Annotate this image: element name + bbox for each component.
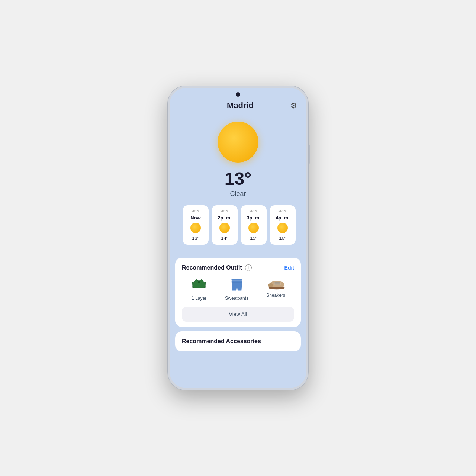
header-row: Madrid ⚙	[177, 101, 299, 110]
outfit-label-sweatpants: Sweatpants	[225, 296, 248, 301]
hourly-container: MAR. Now 13° MAR. 2p. m. 14° MAR	[183, 205, 299, 245]
cards-area: Recommended Outfit i Edit	[170, 258, 306, 359]
hourly-label-1: MAR.	[220, 209, 229, 213]
accessories-card: Recommended Accessories	[175, 331, 301, 351]
phone-screen: Madrid ⚙ 13° Clear MAR. Now 13°	[170, 88, 306, 388]
hourly-time-0: Now	[190, 215, 200, 221]
accessories-title: Recommended Accessories	[182, 338, 261, 344]
sneaker-icon	[267, 277, 285, 290]
svg-rect-1	[231, 279, 242, 281]
info-icon[interactable]: i	[245, 264, 252, 271]
outfit-item-jacket[interactable]: 1 Layer	[191, 277, 207, 301]
hourly-sun-2	[248, 223, 259, 233]
outfit-item-sneakers[interactable]: Sneakers	[266, 277, 285, 301]
hourly-label-2: MAR.	[249, 209, 258, 213]
weather-section: Madrid ⚙ 13° Clear MAR. Now 13°	[170, 88, 306, 258]
hourly-temp-3: 16°	[279, 235, 286, 241]
temperature-display: 13°	[225, 170, 252, 188]
hourly-time-3: 4p. m.	[276, 215, 290, 221]
hourly-temp-0: 13°	[192, 235, 199, 241]
hourly-sun-3	[277, 223, 288, 233]
hourly-label-0: MAR.	[191, 209, 200, 213]
hourly-temp-2: 15°	[250, 235, 257, 241]
hourly-card-3[interactable]: MAR. 4p. m. 16°	[270, 205, 296, 245]
city-name: Madrid	[190, 101, 290, 110]
outfit-header: Recommended Outfit i Edit	[182, 264, 294, 271]
hourly-label-3: MAR.	[278, 209, 287, 213]
hourly-scroll[interactable]: MAR. Now 13° MAR. 2p. m. 14° MAR	[177, 205, 299, 250]
outfit-title: Recommended Outfit	[182, 264, 242, 271]
settings-icon[interactable]: ⚙	[290, 101, 297, 110]
hourly-temp-1: 14°	[221, 235, 228, 241]
view-all-button[interactable]: View All	[182, 307, 294, 322]
hourly-time-2: 3p. m.	[247, 215, 261, 221]
sun-icon	[218, 122, 258, 163]
hourly-card-2[interactable]: MAR. 3p. m. 15°	[241, 205, 267, 245]
hourly-sun-1	[219, 223, 230, 233]
hourly-time-1: 2p. m.	[218, 215, 232, 221]
edit-button[interactable]: Edit	[284, 265, 294, 271]
outfit-item-sweatpants[interactable]: Sweatpants	[225, 277, 248, 301]
hourly-card-1[interactable]: MAR. 2p. m. 14°	[212, 205, 238, 245]
screen-content[interactable]: Madrid ⚙ 13° Clear MAR. Now 13°	[170, 88, 306, 388]
camera-notch	[236, 92, 240, 97]
weather-description: Clear	[230, 190, 246, 198]
outfit-label-sneakers: Sneakers	[266, 293, 285, 298]
jacket-icon	[191, 277, 207, 293]
hourly-sun-0	[190, 223, 201, 233]
info-icon-label: i	[248, 266, 249, 270]
outfit-card: Recommended Outfit i Edit	[175, 258, 301, 327]
outfit-title-row: Recommended Outfit i	[182, 264, 252, 271]
outfit-label-jacket: 1 Layer	[192, 296, 206, 301]
hourly-card-4[interactable]: M 5p 17°	[299, 205, 299, 245]
hourly-card-0[interactable]: MAR. Now 13°	[183, 205, 209, 245]
outfit-items: 1 Layer	[182, 277, 294, 301]
phone-frame: Madrid ⚙ 13° Clear MAR. Now 13°	[167, 86, 309, 390]
sweatpants-icon	[230, 277, 244, 293]
svg-point-5	[268, 283, 273, 287]
